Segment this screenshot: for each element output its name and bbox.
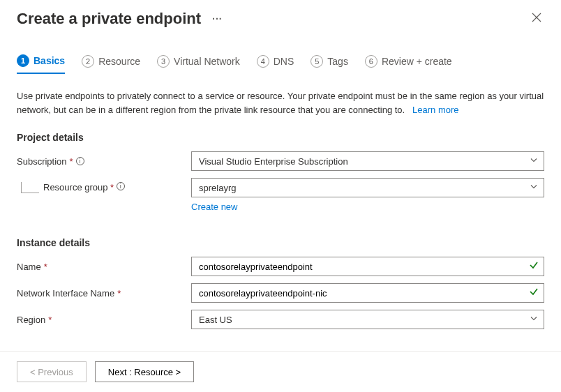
wizard-footer: < Previous Next : Resource > — [0, 351, 561, 392]
chevron-down-icon — [530, 315, 538, 325]
chevron-down-icon — [530, 183, 538, 193]
dialog-header: Create a private endpoint ··· — [0, 0, 561, 33]
region-label: Region * — [17, 315, 191, 325]
wizard-tabs: 1 Basics 2 Resource 3 Virtual Network 4 … — [0, 33, 561, 81]
nic-label: Network Interface Name * — [17, 288, 191, 299]
intro-text: Use private endpoints to privately conne… — [17, 89, 544, 116]
required-indicator: * — [70, 156, 73, 167]
region-select[interactable]: East US — [191, 310, 544, 329]
tab-number: 4 — [257, 55, 269, 68]
tab-dns[interactable]: 4 DNS — [257, 54, 294, 74]
chevron-down-icon — [530, 156, 538, 167]
tab-number: 1 — [17, 54, 29, 67]
label-text: Name — [17, 262, 41, 272]
tab-number: 6 — [365, 55, 377, 68]
name-row: Name * — [17, 257, 544, 276]
create-new-link[interactable]: Create new — [191, 202, 544, 212]
required-indicator: * — [44, 262, 47, 272]
subscription-row: Subscription * i Visual Studio Enterpris… — [17, 151, 544, 171]
nic-input[interactable] — [191, 283, 544, 303]
info-icon[interactable]: i — [117, 182, 125, 190]
instance-details-heading: Instance details — [17, 237, 544, 248]
required-indicator: * — [48, 315, 52, 325]
project-details-heading: Project details — [17, 132, 544, 143]
tab-tags[interactable]: 5 Tags — [311, 54, 348, 74]
tab-label: Basics — [33, 55, 65, 66]
more-icon[interactable]: ··· — [212, 13, 223, 24]
tab-label: Virtual Network — [174, 56, 240, 67]
tab-content: Use private endpoints to privately conne… — [0, 81, 561, 345]
label-text: Network Interface Name — [17, 288, 114, 299]
tab-basics[interactable]: 1 Basics — [17, 54, 65, 74]
label-text: Subscription — [17, 156, 67, 167]
subscription-select-wrap: Visual Studio Enterprise Subscription — [191, 151, 544, 171]
tab-label: Review + create — [382, 56, 452, 67]
title-text: Create a private endpoint — [17, 10, 201, 28]
required-indicator: * — [108, 182, 114, 193]
resource-group-select[interactable]: sprelayrg — [191, 178, 544, 197]
tab-review-create[interactable]: 6 Review + create — [365, 54, 452, 74]
tab-number: 5 — [311, 55, 323, 68]
label-text: Resource group — [43, 182, 108, 193]
region-row: Region * East US — [17, 310, 544, 329]
name-input[interactable] — [191, 257, 544, 276]
name-input-wrap — [191, 257, 544, 276]
resource-group-select-wrap: sprelayrg — [191, 178, 544, 197]
required-indicator: * — [117, 288, 121, 299]
tab-label: DNS — [274, 56, 294, 67]
intro-body: Use private endpoints to privately conne… — [17, 91, 544, 115]
tab-resource[interactable]: 2 Resource — [82, 54, 140, 74]
resource-group-row: Resource group * i sprelayrg — [17, 178, 544, 197]
select-value: sprelayrg — [199, 183, 236, 193]
select-value: East US — [199, 315, 232, 325]
tab-virtual-network[interactable]: 3 Virtual Network — [157, 54, 240, 74]
tree-line-icon — [21, 182, 39, 193]
subscription-select[interactable]: Visual Studio Enterprise Subscription — [191, 151, 544, 171]
select-value: Visual Studio Enterprise Subscription — [199, 156, 348, 167]
previous-button[interactable]: < Previous — [17, 361, 87, 382]
region-select-wrap: East US — [191, 310, 544, 329]
name-label: Name * — [17, 262, 191, 272]
info-icon[interactable]: i — [76, 157, 84, 165]
tab-label: Tags — [327, 56, 348, 67]
nic-row: Network Interface Name * — [17, 283, 544, 303]
tab-number: 2 — [82, 55, 94, 68]
tab-number: 3 — [157, 55, 170, 68]
next-button[interactable]: Next : Resource > — [95, 361, 194, 382]
resource-group-label: Resource group * i — [17, 182, 191, 193]
subscription-label: Subscription * i — [17, 156, 191, 167]
label-text: Region — [17, 315, 45, 325]
nic-input-wrap — [191, 283, 544, 303]
close-icon[interactable] — [529, 10, 544, 28]
tab-label: Resource — [98, 56, 140, 67]
page-title: Create a private endpoint ··· — [17, 10, 223, 28]
learn-more-link[interactable]: Learn more — [412, 105, 458, 115]
tree-indent: Resource group * i — [17, 182, 125, 193]
